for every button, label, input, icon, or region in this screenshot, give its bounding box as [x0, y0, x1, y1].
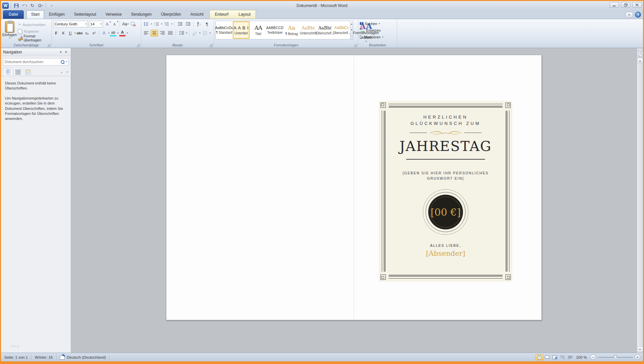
font-color-button[interactable]: A — [119, 30, 126, 36]
vertical-scrollbar[interactable]: ▲ ▼ — [637, 48, 643, 353]
select-button[interactable]: Markieren▾ — [360, 34, 395, 40]
close-button[interactable] — [632, 2, 642, 8]
document-area[interactable]: HERZLICHEN GLÜCKWUNSCH ZUM — [71, 48, 643, 353]
grow-font-button[interactable]: A▴ — [104, 21, 110, 27]
split-handle[interactable] — [637, 49, 643, 51]
document-page[interactable]: HERZLICHEN GLÜCKWUNSCH ZUM — [166, 55, 542, 320]
card-title[interactable]: JAHRESTAG — [399, 138, 492, 154]
tab-datei[interactable]: Datei — [3, 10, 24, 19]
style-unterschrift[interactable]: AaBb( Unterschrift — [300, 21, 317, 39]
tab-ansicht[interactable]: Ansicht — [186, 10, 208, 19]
style-untertitel[interactable]: A A B I Untertitel — [233, 21, 250, 39]
gallery-up-button[interactable]: ▲ — [350, 21, 353, 27]
tab-einfuegen[interactable]: Einfügen — [44, 10, 69, 19]
style-ueberschrift2[interactable]: AaBbCc Überschrif... — [333, 21, 350, 39]
change-case-button[interactable]: Aa▾ — [122, 21, 129, 27]
align-center-button[interactable] — [151, 30, 158, 36]
justify-button[interactable] — [167, 30, 174, 36]
style-standard[interactable]: AaBbCcDc ¶ Standard — [216, 21, 232, 39]
previous-result-arrow[interactable]: ▲ — [60, 70, 63, 74]
gallery-expand-button[interactable]: ▿ — [350, 33, 353, 39]
borders-dropdown-arrow[interactable]: ▾ — [209, 32, 211, 34]
document-search-box[interactable]: ▾ — [3, 58, 69, 65]
bullets-button[interactable] — [143, 21, 150, 27]
dialog-launcher[interactable] — [47, 43, 50, 47]
show-paragraph-marks-button[interactable]: ¶ — [203, 21, 211, 27]
superscript-button[interactable]: x² — [91, 30, 97, 36]
paste-button[interactable]: Einfügen ▾ — [2, 20, 17, 42]
greeting-placeholder[interactable]: [GEBEN SIE HIER IHR PERSONLICHES GRUßWOR… — [399, 170, 492, 182]
style-ueberschrift1[interactable]: AaBb( Überschrif... — [317, 21, 333, 39]
search-icon[interactable] — [60, 60, 64, 64]
print-layout-view-button[interactable] — [536, 354, 543, 360]
format-painter-button[interactable]: Format übertragen — [18, 35, 50, 41]
search-input[interactable] — [5, 60, 60, 64]
minimize-ribbon-button[interactable] — [626, 12, 633, 17]
highlight-button[interactable]: ab — [110, 30, 116, 36]
zoom-out-button[interactable]: − — [590, 354, 596, 360]
next-result-arrow[interactable]: ▼ — [66, 70, 69, 74]
draft-view-button[interactable] — [567, 354, 574, 360]
tab-seitenlayout[interactable]: Seitenlayout — [69, 10, 101, 19]
scroll-up-arrow[interactable]: ▲ — [637, 58, 643, 63]
replace-button[interactable]: ab⇢ac Ersetzen — [360, 27, 395, 33]
cut-button[interactable]: ✂Ausschneiden — [18, 22, 50, 27]
zoom-slider-thumb[interactable] — [614, 355, 617, 359]
tab-ueberpruefen[interactable]: Überprüfen — [156, 10, 186, 19]
spellcheck-status[interactable]: Deutsch (Deutschland) — [56, 353, 109, 361]
subscript-button[interactable]: x₂ — [84, 30, 90, 36]
dialog-launcher[interactable] — [136, 43, 140, 47]
restore-button[interactable] — [621, 2, 630, 8]
shading-button[interactable] — [191, 30, 198, 36]
zoom-slider[interactable] — [598, 357, 633, 358]
shading-dropdown-arrow[interactable]: ▾ — [199, 32, 201, 34]
numbering-button[interactable] — [153, 21, 160, 27]
multilevel-dropdown-arrow[interactable]: ▾ — [171, 23, 173, 25]
word-count[interactable]: Wörter: 16 — [31, 353, 56, 361]
minimize-button[interactable] — [610, 2, 619, 8]
tab-entwurf[interactable]: Entwurf — [210, 10, 233, 19]
italic-button[interactable]: K — [60, 30, 66, 36]
clear-formatting-button[interactable] — [130, 21, 136, 27]
search-dropdown-arrow[interactable]: ▾ — [66, 60, 67, 63]
tab-sendungen[interactable]: Sendungen — [126, 10, 156, 19]
pane-options-dropdown[interactable]: ▾ — [58, 49, 63, 55]
style-textkoerper[interactable]: AABBCCD Textkörper — [267, 21, 283, 39]
increase-indent-button[interactable] — [184, 21, 192, 27]
text-effects-button[interactable]: A — [101, 30, 107, 36]
dialog-launcher[interactable] — [353, 43, 357, 47]
underline-dropdown-arrow[interactable]: ▾ — [74, 32, 76, 34]
decrease-indent-button[interactable] — [176, 21, 184, 27]
sort-button[interactable]: AZ↓ — [195, 21, 203, 27]
help-button[interactable]: ? — [635, 12, 641, 18]
page-indicator[interactable]: Seite: 1 von 1 — [1, 353, 31, 361]
nav-tab-pages[interactable] — [13, 68, 23, 76]
font-color-dropdown-arrow[interactable]: ▾ — [127, 32, 128, 34]
greeting-card[interactable]: HERZLICHEN GLÜCKWUNSCH ZUM — [379, 101, 512, 282]
font-name-combo[interactable]: Century Goth▾ — [53, 21, 88, 27]
font-size-combo[interactable]: 14▾ — [89, 21, 103, 27]
nav-tab-headings[interactable] — [3, 68, 13, 76]
highlight-dropdown-arrow[interactable]: ▾ — [117, 32, 119, 34]
zoom-in-button[interactable]: + — [635, 354, 640, 360]
amount-placeholder[interactable]: [00 €] — [431, 206, 461, 218]
borders-button[interactable] — [201, 30, 208, 36]
outline-view-button[interactable] — [559, 354, 566, 360]
bold-button[interactable]: F — [53, 30, 59, 36]
find-button[interactable]: Suchen▾ — [360, 21, 395, 26]
tab-start[interactable]: Start — [26, 10, 44, 19]
ruler-toggle-button[interactable] — [637, 52, 643, 57]
multilevel-list-button[interactable] — [163, 21, 170, 27]
dialog-launcher[interactable] — [209, 43, 213, 47]
line-spacing-button[interactable] — [178, 30, 185, 36]
shrink-font-button[interactable]: A▾ — [111, 21, 118, 27]
copy-button[interactable]: Kopieren — [18, 28, 50, 34]
gallery-down-button[interactable]: ▼ — [350, 27, 353, 33]
card-closing[interactable]: ALLES LIEBE, — [430, 243, 461, 247]
text-effects-dropdown-arrow[interactable]: ▾ — [108, 32, 110, 34]
bullets-dropdown-arrow[interactable]: ▾ — [151, 23, 152, 25]
fullscreen-reading-view-button[interactable] — [543, 354, 551, 360]
web-layout-view-button[interactable] — [551, 354, 558, 360]
tab-verweise[interactable]: Verweise — [101, 10, 127, 19]
amount-seal[interactable]: [00 €] — [423, 189, 468, 235]
